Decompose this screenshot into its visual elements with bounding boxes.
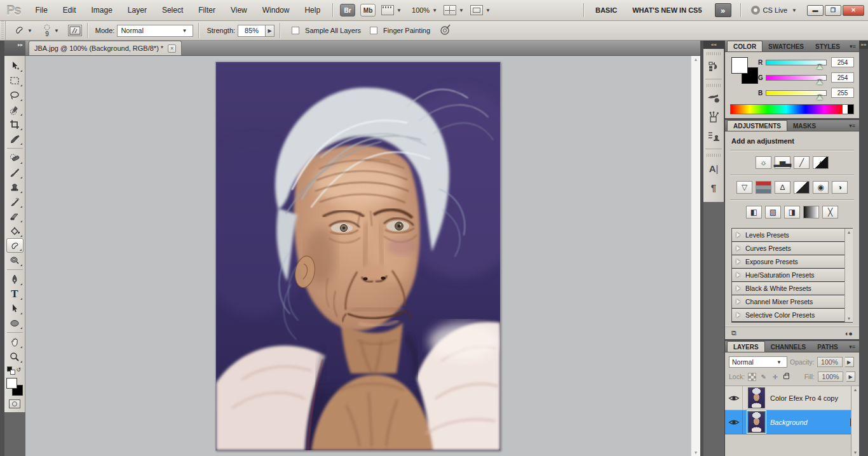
panel-menu-icon[interactable]: ▾≡: [845, 344, 859, 352]
cs-live-button[interactable]: CS Live ▼: [751, 6, 799, 15]
expand-triangle-icon[interactable]: [736, 272, 740, 278]
dodge-tool[interactable]: [6, 253, 24, 267]
expand-triangle-icon[interactable]: [736, 246, 740, 251]
menu-window[interactable]: Window: [255, 3, 297, 17]
options-grip[interactable]: [1, 21, 6, 40]
chevron-down-icon[interactable]: ▼: [432, 8, 437, 13]
expand-triangle-icon[interactable]: [736, 299, 740, 304]
minimize-button[interactable]: ▬: [807, 5, 824, 16]
color-balance-icon[interactable]: ∆: [775, 181, 790, 194]
tab-masks[interactable]: MASKS: [787, 121, 822, 131]
tab-adjustments[interactable]: ADJUSTMENTS: [727, 120, 787, 131]
menu-file[interactable]: File: [28, 3, 54, 17]
preset-exposure[interactable]: Exposure Presets: [732, 255, 852, 269]
hand-tool[interactable]: [6, 335, 24, 349]
strength-slider-button[interactable]: ▶: [266, 25, 275, 37]
foreground-color-swatch[interactable]: [731, 57, 748, 74]
tab-color[interactable]: COLOR: [727, 41, 763, 51]
levels-icon[interactable]: ▂▅▃: [775, 156, 790, 169]
channel-mixer-icon[interactable]: ◑: [832, 181, 848, 194]
slider-thumb[interactable]: [817, 79, 823, 84]
green-slider[interactable]: [766, 75, 827, 81]
smudge-tool-preset-button[interactable]: ▼: [10, 25, 39, 36]
menu-select[interactable]: Select: [155, 3, 190, 17]
foreground-color-swatch[interactable]: [6, 378, 17, 389]
clone-stamp-tool[interactable]: [6, 180, 24, 194]
threshold-icon[interactable]: ◨: [784, 206, 800, 218]
brush-tool[interactable]: [6, 165, 24, 180]
workspace-basic-button[interactable]: BASIC: [588, 4, 625, 17]
blend-mode-select[interactable]: Normal ▼: [729, 356, 787, 368]
lock-position-icon[interactable]: ✛: [771, 373, 779, 381]
eyedropper-tool[interactable]: [6, 131, 24, 146]
launch-bridge-button[interactable]: Br: [340, 4, 355, 17]
chevron-down-icon[interactable]: ▼: [397, 8, 402, 13]
green-value[interactable]: 254: [831, 72, 854, 83]
zoom-tool[interactable]: [6, 349, 24, 364]
red-value[interactable]: 254: [831, 57, 854, 67]
red-slider[interactable]: [766, 60, 827, 65]
smudge-tool[interactable]: [6, 238, 24, 253]
move-tool[interactable]: [6, 58, 24, 73]
panel-menu-icon[interactable]: ▾≡: [846, 43, 860, 51]
brush-preset-picker[interactable]: 9 ▼: [39, 24, 65, 37]
swap-colors-icon[interactable]: ↺: [7, 366, 20, 375]
gradient-map-icon[interactable]: [803, 206, 819, 218]
screen-mode-icon[interactable]: [470, 5, 483, 15]
slider-thumb[interactable]: [817, 64, 823, 69]
mode-select[interactable]: Normal ▼: [117, 25, 193, 37]
lock-all-icon[interactable]: [782, 373, 790, 381]
layer-row-color-efex[interactable]: Color Efex Pro 4 copy: [725, 386, 859, 410]
workspace-whats-new-button[interactable]: WHAT'S NEW IN CS5: [625, 4, 709, 17]
tool-presets-panel-icon[interactable]: [705, 110, 722, 125]
expanded-view-icon[interactable]: ⧉: [731, 329, 736, 337]
tab-styles[interactable]: STYLES: [810, 41, 846, 51]
menu-filter[interactable]: Filter: [191, 3, 222, 17]
presets-scrollbar[interactable]: ▲▼: [844, 229, 853, 322]
preset-curves[interactable]: Curves Presets: [732, 242, 852, 255]
menu-layer[interactable]: Layer: [121, 3, 154, 17]
hue-saturation-icon[interactable]: [756, 181, 771, 194]
brightness-contrast-icon[interactable]: ☼: [756, 156, 771, 169]
scroll-down-icon[interactable]: ▼: [694, 450, 698, 455]
opacity-slider-button[interactable]: ▶: [845, 357, 854, 367]
black-white-icon[interactable]: [794, 181, 810, 194]
preset-black-white[interactable]: Black & White Presets: [732, 282, 852, 295]
expand-triangle-icon[interactable]: [736, 312, 740, 318]
lasso-tool[interactable]: [6, 88, 24, 102]
document-viewport[interactable]: ▲ ▼: [25, 56, 700, 456]
invert-icon[interactable]: ◧: [746, 206, 762, 218]
toggle-brush-panel-button[interactable]: [68, 25, 82, 36]
lock-transparency-icon[interactable]: [748, 373, 756, 381]
strength-input[interactable]: 85%: [238, 25, 266, 37]
type-tool[interactable]: T: [6, 286, 24, 301]
view-extras-icon[interactable]: [381, 5, 394, 15]
blue-value[interactable]: 255: [831, 88, 854, 98]
tab-layers[interactable]: LAYERS: [727, 341, 765, 352]
restore-button[interactable]: ❐: [825, 5, 841, 16]
vertical-scrollbar[interactable]: ▲ ▼: [691, 56, 700, 456]
scroll-up-icon[interactable]: ▲: [694, 57, 698, 62]
posterize-icon[interactable]: ▧: [765, 206, 781, 218]
tab-paths[interactable]: PATHS: [811, 342, 843, 352]
photo-filter-icon[interactable]: ◉: [813, 181, 829, 194]
selective-color-icon[interactable]: ╳: [822, 206, 838, 218]
eraser-tool[interactable]: [6, 209, 24, 224]
crop-tool[interactable]: [6, 117, 24, 131]
preset-levels[interactable]: Levels Presets: [732, 229, 852, 242]
launch-mini-bridge-button[interactable]: Mb: [360, 4, 376, 17]
vibrance-icon[interactable]: ▽: [736, 181, 752, 194]
panels-collapse-button[interactable]: »»: [859, 41, 868, 49]
menu-image[interactable]: Image: [85, 3, 119, 17]
tab-swatches[interactable]: SWATCHES: [763, 41, 810, 51]
color-spectrum-ramp[interactable]: [730, 104, 854, 114]
rectangular-marquee-tool[interactable]: [6, 73, 24, 88]
lock-pixels-icon[interactable]: ✎: [759, 373, 768, 381]
quick-selection-tool[interactable]: [6, 102, 24, 117]
path-selection-tool[interactable]: [6, 301, 24, 316]
tools-collapse-button[interactable]: ▸▸: [4, 41, 25, 56]
chevron-down-icon[interactable]: ▼: [459, 8, 464, 13]
document-tab[interactable]: JBA.jpg @ 100% (Background, RGB/8*) * ×: [29, 41, 182, 55]
paint-bucket-tool[interactable]: [6, 224, 24, 238]
menu-edit[interactable]: Edit: [56, 3, 83, 17]
